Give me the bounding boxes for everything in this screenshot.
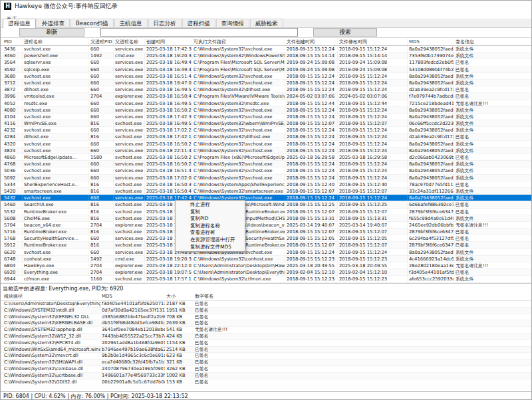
context-menu-item-4[interactable]: 查看进程树 <box>176 229 245 237</box>
column-header: MD5 <box>408 38 454 45</box>
table-cell: 2018-09-15 15:13:31 <box>285 215 338 221</box>
module-row[interactable]: C:\Windows\System32\KERNELBASE.dlldb51f9… <box>1 320 532 327</box>
tab-1[interactable]: 外连排查 <box>37 19 70 27</box>
table-row[interactable]: 4080svchost.exe660services.exe2025-03-18… <box>1 107 532 114</box>
refresh-button[interactable]: 刷新 <box>19 28 84 37</box>
module-row[interactable]: C:\Windows\System32\combase.dll240708796… <box>1 366 532 373</box>
table-cell: 660 <box>89 161 114 167</box>
table-cell: 2018-09-15 15:13:31 <box>338 215 408 221</box>
table-cell: 系统文件 <box>454 167 532 173</box>
module-row[interactable]: C:\Windows\System32\WS2_32.dll7443bb4055… <box>1 334 532 340</box>
table-cell: 8a0a29438052faed8a… <box>408 141 454 147</box>
table-cell: 2025-03-18 20:49:55 <box>285 262 338 268</box>
module-row[interactable]: C:\Users\Administrator\Desktop\Everythin… <box>1 301 532 308</box>
context-menu-item-2[interactable]: 复制PID <box>176 215 245 223</box>
table-row[interactable]: 4052msdtc.exe660services.exe2025-03-18 1… <box>1 100 532 107</box>
table-cell: 660 <box>89 107 114 113</box>
module-row[interactable]: C:\Windows\System32\KERNEL32.DLLd385b688… <box>1 314 532 321</box>
table-row[interactable]: 4320svchost.exe660services.exe2025-03-18… <box>1 141 532 148</box>
table-cell: 2025-03-18 19:20:35 <box>145 52 192 58</box>
module-table: C:\Users\Administrator\Desktop\Everythin… <box>1 301 532 386</box>
context-menu-item-1[interactable]: 复制 <box>176 209 245 216</box>
tab-6[interactable]: 查询情报 <box>216 19 249 27</box>
table-cell: 2018-09-15 15:12:07 <box>285 229 338 235</box>
table-cell: 系统文件 <box>454 249 532 255</box>
module-row[interactable]: C:\Windows\SYSTEM32\apphelp.dll3641ef0ee… <box>1 327 532 334</box>
search-button[interactable]: 搜索 <box>313 28 377 37</box>
context-menu-item-6[interactable]: 复制进程文件MD5 <box>176 244 245 251</box>
table-cell: 2025-03-18 19:20:32 <box>145 256 192 262</box>
table-cell: svchost.exe <box>114 209 145 215</box>
module-row[interactable]: C:\Windows\System32\GDI32.dll00b22901a8c… <box>1 379 532 386</box>
table-cell: C:\Windows\System32\svchost.exe <box>192 167 285 173</box>
table-row[interactable]: 5768SecurityHealthService…660services.ex… <box>1 235 532 242</box>
context-menu-item-0[interactable]: 终止进程 <box>176 201 245 209</box>
table-cell: 已签名 <box>454 59 532 65</box>
table-cell: 4080 <box>3 107 23 113</box>
table-row[interactable]: 4284dllhost.exe816svchost.exe2025-03-18 … <box>1 134 532 140</box>
table-row[interactable]: 5716RuntimeBroker.exe816svchost.exe2025-… <box>1 229 532 235</box>
module-row[interactable]: C:\Windows\SYSTEM32\ntdll.dll0d7af30d0a4… <box>1 308 532 314</box>
table-row[interactable]: 4860MicrosoftEdgeUpdate…1580svchost.exe2… <box>1 154 532 161</box>
table-cell: 2025-03-18 17:42:14 <box>145 134 192 140</box>
table-row[interactable]: 5704beacon_x64.exe2704explorer.exe2025-0… <box>1 222 532 229</box>
table-row[interactable]: 3564sqlservr.exe660services.exe2025-03-1… <box>1 59 532 66</box>
table-row[interactable]: 3996vmtoolsd.exe2704explorer.exe2025-03-… <box>1 93 532 100</box>
table-row[interactable]: 5912RuntimeBroker.exe816svchost.exe2025-… <box>1 242 532 249</box>
table-row[interactable]: 5092svchost.exe660services.exe2025-03-18… <box>1 175 532 181</box>
table-row[interactable]: 3680svchost.exe660services.exe2025-03-18… <box>1 73 532 80</box>
tab-4[interactable]: 日志分析 <box>148 19 182 27</box>
table-cell: 2025-03-18 16:29:58 <box>285 154 338 160</box>
module-row[interactable]: C:\Windows\System32\msvcrt.dll9b2b0e1d49… <box>1 353 532 359</box>
table-row[interactable]: 5460SearchUI.exe816svchost.exe2025-03-18… <box>1 201 532 208</box>
module-row[interactable]: C:\Windows\System32\RPCRT4.dll202961add8… <box>1 340 532 347</box>
table-row[interactable]: 5608ChsIME.exe816svchost.exe2025-03-18 1… <box>1 215 532 222</box>
table-row[interactable]: 4824svchost.exe660services.exe2025-03-18… <box>1 148 532 154</box>
table-row[interactable]: 5532RuntimeBroker.exe816svchost.exe2025-… <box>1 209 532 215</box>
table-row[interactable]: 4232svchost.exe660services.exe2025-03-18… <box>1 127 532 134</box>
table-row[interactable]: 4768svchost.exe660services.exe2025-03-18… <box>1 161 532 167</box>
context-menu-item-5[interactable]: 在资源管理器中打开 <box>176 237 245 244</box>
table-row-selected[interactable]: 5432svchost.exe660services.exe2025-03-18… <box>1 195 532 201</box>
table-cell: 2018-09-15 15:12:05 <box>338 235 408 241</box>
tab-5[interactable]: 进程扫描 <box>182 19 215 27</box>
table-cell: C:\Program Files\VMware\VMware Tools\vmt… <box>192 93 285 99</box>
tab-3[interactable]: 主机信息 <box>114 19 148 27</box>
table-row[interactable]: 6804HawkEye.exe2704explorer.exe2025-03-1… <box>1 262 532 269</box>
module-row[interactable]: C:\Windows\System32\SHLWAPI.dlleca7d4068… <box>1 359 532 366</box>
table-cell: services.exe <box>114 46 145 52</box>
table-row[interactable]: 5036svchost.exe660services.exe2025-03-18… <box>1 167 532 174</box>
title-bar: H Hawkeye 微信公众号:事件响应回忆录 <box>1 1 532 11</box>
table-row[interactable]: 3712svchost.exe660services.exe2025-03-18… <box>1 80 532 86</box>
table-row[interactable]: 5420smartscreen.exe816svchost.exe2025-03… <box>1 188 532 195</box>
table-cell: 2025-03-18 16:29:58 <box>338 154 408 160</box>
table-row[interactable]: 6620svchost.exe660services.exe2025-03-18… <box>1 249 532 256</box>
table-cell: 660 <box>89 127 114 133</box>
table-row[interactable]: 4104svchost.exe660services.exe2025-03-18… <box>1 114 532 120</box>
table-cell: 5608 <box>3 215 23 221</box>
table-row[interactable]: 6920Everything.exe2704explorer.exe2025-0… <box>1 269 532 276</box>
module-row[interactable]: C:\Windows\System32\ucrtbase.dll1496601a… <box>1 373 532 379</box>
search-input[interactable] <box>100 28 298 37</box>
module-row[interactable]: C:\Windows\WinSxS\amd64_microsoft.window… <box>1 347 532 353</box>
table-cell: 2025-03-18 16:50:29 <box>145 141 192 147</box>
table-cell: 已签名 <box>194 359 267 365</box>
table-cell: cmd.exe <box>114 52 145 58</box>
table-row[interactable]: 3592sqlceip.exe660services.exe2025-03-18… <box>1 66 532 73</box>
table-row[interactable]: 3460powershell.exe1492cmd.exe2025-03-18 … <box>1 52 532 59</box>
table-row[interactable]: 3872dllhost.exe660services.exe2025-03-18… <box>1 86 532 93</box>
tab-7[interactable]: 威胁检索 <box>250 19 283 27</box>
table-row[interactable]: 6944ctfmon.exe1160svchost.exe2025-03-18 … <box>1 276 532 282</box>
table-cell: C:\Windows\System32\smartscreen.exe <box>192 188 285 194</box>
table-row[interactable]: 6748conhost.exe1492cmd.exe2025-03-18 19:… <box>1 256 532 262</box>
context-menu-item-3[interactable]: 复制进程名称 <box>176 223 245 230</box>
tab-0[interactable]: 进程信息 <box>3 19 36 28</box>
table-row[interactable]: 4116WmiPrvSE.exe816svchost.exe2025-03-18… <box>1 120 532 127</box>
table-row[interactable]: 5344ShellExperienceHost.e…816svchost.exe… <box>1 181 532 188</box>
table-cell: services.exe <box>114 127 145 133</box>
tab-2[interactable]: Beacon扫描 <box>70 19 114 27</box>
table-cell: 2025-03-18 20:49:55 <box>338 262 408 268</box>
table-cell: 2018-09-15 15:12:40 <box>338 181 408 187</box>
table-row[interactable]: 3436svchost.exe660services.exe2025-03-18… <box>1 46 532 52</box>
table-cell: 541 KB <box>165 327 194 333</box>
